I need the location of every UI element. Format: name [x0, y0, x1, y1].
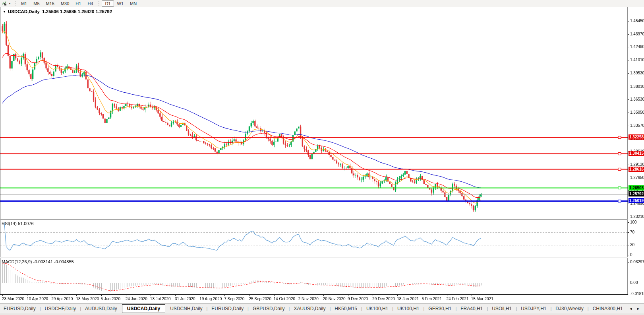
tab-scroll-right[interactable]: ► [636, 307, 640, 311]
chart-cursor-tool[interactable]: ▼ [0, 1, 12, 6]
rsi-axis-tick: 0 [630, 253, 632, 257]
price-axis-tick: 1.27650 [630, 175, 644, 180]
macd-axis-tick: 0.032972 [630, 260, 644, 264]
hline-label-support-blue[interactable]: 1.25019 [629, 198, 644, 203]
price-chart-canvas[interactable] [0, 7, 644, 303]
chart-tab-usdchf-daily[interactable]: USDCHF,Daily [41, 304, 80, 313]
chart-tabs-bar: EURUSD,Daily|USDCHF,Daily|AUDUSD,DailyUS… [0, 303, 644, 313]
chart-tab-usdcnh-daily[interactable]: USDCNH,Daily [166, 304, 206, 313]
chart-tab-hk50-m15[interactable]: HK50,M15 [331, 304, 361, 313]
chart-symbol-period: USDCAD,Daily [8, 9, 40, 14]
price-axis-tick: 1.45450 [630, 19, 644, 23]
price-axis-tick: 1.38010 [630, 84, 644, 89]
timeframe-button-m1[interactable]: M1 [18, 0, 30, 7]
timeframe-toolbar: ▼ M1M5M15M30H1H4D1W1MN [0, 0, 644, 7]
date-axis-label: 24 Jun 2020 [126, 297, 147, 301]
date-axis-label: 25 Sep 2020 [249, 297, 271, 301]
chart-tab-uk100-h1[interactable]: UK100,H1 [394, 304, 423, 313]
date-axis-label: 7 Sep 2020 [224, 297, 244, 301]
date-axis-label: 20 Nov 2020 [323, 297, 346, 301]
timeframe-buttons: M1M5M15M30H1H4D1W1MN [18, 0, 140, 7]
chart-tab-uk100-h1[interactable]: UK100,H1 [363, 304, 392, 313]
date-axis-label: 5 Jun 2020 [101, 297, 121, 301]
date-axis-label: 10 Apr 2020 [27, 297, 48, 301]
timeframe-button-h1[interactable]: H1 [72, 0, 84, 7]
chart-tab-xauusd-daily[interactable]: XAUUSD,Daily [290, 304, 329, 313]
chart-tab-eurusd-daily[interactable]: EURUSD,Daily [0, 304, 39, 313]
chart-area: ▼USDCAD,Daily 1.25506 1.25885 1.25420 1.… [0, 7, 644, 303]
timeframe-button-w1[interactable]: W1 [114, 0, 127, 7]
chart-tab-dj30-weekly[interactable]: DJ30,Weekly [552, 304, 587, 313]
chart-tab-gbpusd-daily[interactable]: GBPUSD,Daily [249, 304, 288, 313]
toolbar-grip [99, 1, 99, 6]
macd-indicator-label: MACD(12,26,9) -0.003141 -0.004855 [2, 259, 74, 264]
rsi-axis-tick: 70 [630, 230, 634, 235]
rsi-axis-tick: 30 [630, 243, 634, 247]
hline-label-resistance-2[interactable]: 1.30415 [629, 151, 644, 156]
current-price-label: 1.25792 [629, 191, 644, 196]
timeframe-button-m5[interactable]: M5 [30, 0, 43, 7]
macd-axis-tick: -0.018154 [630, 292, 644, 296]
timeframe-button-m30[interactable]: M30 [58, 0, 72, 7]
date-axis-label: 18 Jan 2021 [397, 297, 419, 301]
date-axis-label: 29 Apr 2020 [51, 297, 73, 301]
date-axis-label: 14 Oct 2020 [274, 297, 295, 301]
chart-tab-china300-h1[interactable]: CHINA300,H1 [589, 304, 627, 313]
price-axis-tick: 1.41010 [630, 58, 644, 62]
chart-tab-usdcad-daily[interactable]: USDCAD,Daily [122, 304, 165, 313]
chart-tab-usdjpy-h1[interactable]: USDJPY,H1 [517, 304, 550, 313]
toolbar-grip [15, 1, 15, 6]
mt4-window: ▼ M1M5M15M30H1H4D1W1MN ▼USDCAD,Daily 1.2… [0, 0, 644, 315]
date-axis-label: 18 May 2020 [76, 297, 99, 301]
macd-axis-tick: 0.00 [630, 280, 638, 285]
tab-scroll-left[interactable]: ◄ [629, 307, 632, 311]
date-axis-label: 19 Aug 2020 [199, 297, 222, 301]
rsi-indicator-label: RSI(14) 51.0076 [2, 221, 34, 226]
date-axis-label: 13 Jul 2020 [150, 297, 171, 301]
price-axis-tick: 1.23210 [630, 214, 644, 219]
chart-tab-fra40-h1[interactable]: FRA40,H1 [457, 304, 486, 313]
date-axis-label: 15 Mar 2021 [471, 297, 493, 301]
date-axis-label: 24 Feb 2021 [447, 297, 469, 301]
date-axis-label: 23 Mar 2020 [2, 297, 24, 301]
date-axis-label: 29 Dec 2020 [372, 297, 395, 301]
tab-scroll-arrows: ◄► [629, 307, 644, 311]
date-axis-label: 31 Jul 2020 [175, 297, 195, 301]
chart-cursor-icon [2, 1, 7, 6]
chart-tab-audusd-daily[interactable]: AUDUSD,Daily [81, 304, 121, 313]
price-axis-tick: 1.42490 [630, 45, 644, 49]
chart-tab-eurusd-daily[interactable]: EURUSD,Daily [208, 304, 247, 313]
date-axis-label: 2 Nov 2020 [298, 297, 319, 301]
symbol-dropdown-icon[interactable]: ▼ [3, 10, 6, 14]
chart-tab-usoil-h1[interactable]: USOil,H1 [488, 304, 515, 313]
hline-label-support-green[interactable]: 1.26503 [629, 185, 644, 191]
chart-tab-ger30-h1[interactable]: GER30,H1 [425, 304, 455, 313]
timeframe-button-h4[interactable]: H4 [84, 0, 96, 7]
hline-label-resistance-3[interactable]: 1.28616 [629, 167, 644, 172]
price-axis-tick: 1.33570 [630, 123, 644, 128]
bottom-strip [0, 313, 644, 315]
date-axis-label: 9 Dec 2020 [348, 297, 368, 301]
timeframe-button-mn[interactable]: MN [127, 0, 140, 7]
rsi-axis-tick: 100 [630, 220, 637, 225]
hline-label-resistance-1[interactable]: 1.32258 [629, 134, 644, 140]
chevron-down-icon: ▼ [8, 2, 11, 5]
price-axis-tick: 1.36530 [630, 97, 644, 102]
chart-title: ▼USDCAD,Daily 1.25506 1.25885 1.25420 1.… [3, 9, 112, 14]
timeframe-button-d1[interactable]: D1 [102, 0, 114, 7]
chart-ohlc-values: 1.25506 1.25885 1.25420 1.25792 [42, 9, 112, 14]
timeframe-button-m15[interactable]: M15 [43, 0, 58, 7]
price-axis-tick: 1.35050 [630, 110, 644, 115]
price-axis-tick: 1.39530 [630, 71, 644, 76]
date-axis-label: 5 Feb 2021 [422, 297, 442, 301]
price-axis-tick: 1.43970 [630, 32, 644, 37]
